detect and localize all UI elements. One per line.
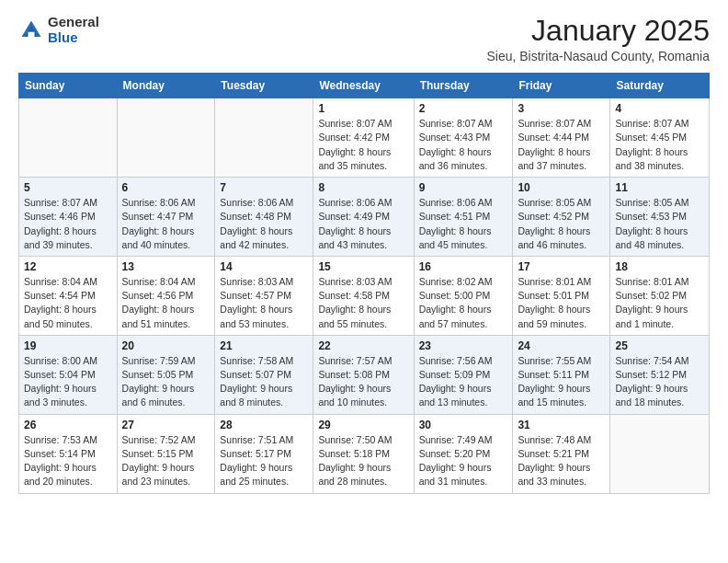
col-tuesday: Tuesday	[215, 74, 313, 98]
calendar: Sunday Monday Tuesday Wednesday Thursday…	[18, 73, 710, 493]
table-row: 13Sunrise: 8:04 AM Sunset: 4:56 PM Dayli…	[117, 256, 215, 335]
day-number: 15	[318, 260, 408, 273]
calendar-week-row: 19Sunrise: 8:00 AM Sunset: 5:04 PM Dayli…	[19, 335, 710, 414]
day-info: Sunrise: 8:01 AM Sunset: 5:01 PM Dayligh…	[518, 275, 605, 331]
location: Sieu, Bistrita-Nasaud County, Romania	[486, 49, 710, 63]
table-row: 29Sunrise: 7:50 AM Sunset: 5:18 PM Dayli…	[313, 414, 414, 493]
day-info: Sunrise: 8:00 AM Sunset: 5:04 PM Dayligh…	[24, 354, 112, 410]
table-row	[19, 98, 118, 178]
day-info: Sunrise: 8:03 AM Sunset: 4:57 PM Dayligh…	[220, 275, 308, 331]
table-row: 31Sunrise: 7:48 AM Sunset: 5:21 PM Dayli…	[513, 414, 610, 493]
day-number: 12	[24, 260, 112, 273]
day-number: 7	[220, 181, 308, 194]
table-row: 9Sunrise: 8:06 AM Sunset: 4:51 PM Daylig…	[414, 178, 513, 257]
day-info: Sunrise: 8:02 AM Sunset: 5:00 PM Dayligh…	[419, 275, 508, 331]
table-row: 7Sunrise: 8:06 AM Sunset: 4:48 PM Daylig…	[215, 178, 313, 257]
day-info: Sunrise: 7:58 AM Sunset: 5:07 PM Dayligh…	[220, 354, 308, 410]
day-info: Sunrise: 8:05 AM Sunset: 4:52 PM Dayligh…	[518, 196, 605, 252]
day-info: Sunrise: 7:52 AM Sunset: 5:15 PM Dayligh…	[122, 433, 210, 489]
logo-blue-text: Blue	[48, 30, 99, 46]
day-number: 11	[615, 181, 704, 194]
svg-rect-2	[28, 31, 35, 36]
day-info: Sunrise: 8:07 AM Sunset: 4:42 PM Dayligh…	[318, 117, 408, 173]
table-row: 22Sunrise: 7:57 AM Sunset: 5:08 PM Dayli…	[313, 335, 414, 414]
day-info: Sunrise: 7:55 AM Sunset: 5:11 PM Dayligh…	[518, 354, 605, 410]
day-number: 18	[615, 260, 704, 273]
col-friday: Friday	[513, 74, 610, 98]
day-number: 23	[419, 339, 508, 352]
title-block: January 2025 Sieu, Bistrita-Nasaud Count…	[486, 15, 710, 63]
day-info: Sunrise: 7:54 AM Sunset: 5:12 PM Dayligh…	[615, 354, 704, 410]
table-row: 10Sunrise: 8:05 AM Sunset: 4:52 PM Dayli…	[513, 178, 610, 257]
day-number: 20	[122, 339, 210, 352]
day-number: 27	[122, 419, 210, 431]
table-row: 18Sunrise: 8:01 AM Sunset: 5:02 PM Dayli…	[610, 256, 710, 335]
day-number: 21	[220, 339, 308, 352]
logo: General Blue	[18, 15, 99, 45]
col-thursday: Thursday	[414, 74, 513, 98]
day-number: 24	[518, 339, 605, 352]
day-info: Sunrise: 8:06 AM Sunset: 4:48 PM Dayligh…	[220, 196, 308, 252]
day-number: 26	[24, 419, 112, 431]
page: General Blue January 2025 Sieu, Bistrita…	[0, 0, 728, 563]
month-title: January 2025	[486, 15, 710, 47]
day-number: 5	[24, 181, 112, 194]
calendar-week-row: 1Sunrise: 8:07 AM Sunset: 4:42 PM Daylig…	[19, 98, 710, 178]
day-number: 16	[419, 260, 508, 273]
day-info: Sunrise: 7:53 AM Sunset: 5:14 PM Dayligh…	[24, 433, 112, 489]
calendar-week-row: 5Sunrise: 8:07 AM Sunset: 4:46 PM Daylig…	[19, 178, 710, 257]
logo-icon	[18, 17, 44, 43]
day-number: 25	[615, 339, 704, 352]
table-row: 25Sunrise: 7:54 AM Sunset: 5:12 PM Dayli…	[610, 335, 710, 414]
day-info: Sunrise: 7:56 AM Sunset: 5:09 PM Dayligh…	[419, 354, 508, 410]
day-info: Sunrise: 8:07 AM Sunset: 4:43 PM Dayligh…	[419, 117, 508, 173]
day-info: Sunrise: 8:03 AM Sunset: 4:58 PM Dayligh…	[318, 275, 408, 331]
table-row: 6Sunrise: 8:06 AM Sunset: 4:47 PM Daylig…	[117, 178, 215, 257]
calendar-week-row: 12Sunrise: 8:04 AM Sunset: 4:54 PM Dayli…	[19, 256, 710, 335]
table-row: 2Sunrise: 8:07 AM Sunset: 4:43 PM Daylig…	[414, 98, 513, 178]
table-row: 20Sunrise: 7:59 AM Sunset: 5:05 PM Dayli…	[117, 335, 215, 414]
col-sunday: Sunday	[19, 74, 118, 98]
day-number: 14	[220, 260, 308, 273]
day-number: 6	[122, 181, 210, 194]
day-info: Sunrise: 8:05 AM Sunset: 4:53 PM Dayligh…	[615, 196, 704, 252]
table-row: 27Sunrise: 7:52 AM Sunset: 5:15 PM Dayli…	[117, 414, 215, 493]
day-number: 29	[318, 419, 408, 431]
table-row: 21Sunrise: 7:58 AM Sunset: 5:07 PM Dayli…	[215, 335, 313, 414]
day-number: 19	[24, 339, 112, 352]
day-info: Sunrise: 8:06 AM Sunset: 4:51 PM Dayligh…	[419, 196, 508, 252]
table-row: 3Sunrise: 8:07 AM Sunset: 4:44 PM Daylig…	[513, 98, 610, 178]
day-number: 17	[518, 260, 605, 273]
table-row: 26Sunrise: 7:53 AM Sunset: 5:14 PM Dayli…	[19, 414, 118, 493]
day-number: 31	[518, 419, 605, 431]
table-row	[215, 98, 313, 178]
day-info: Sunrise: 7:51 AM Sunset: 5:17 PM Dayligh…	[220, 433, 308, 489]
day-number: 13	[122, 260, 210, 273]
table-row: 17Sunrise: 8:01 AM Sunset: 5:01 PM Dayli…	[513, 256, 610, 335]
day-number: 1	[318, 102, 408, 115]
day-number: 10	[518, 181, 605, 194]
table-row: 30Sunrise: 7:49 AM Sunset: 5:20 PM Dayli…	[414, 414, 513, 493]
table-row: 15Sunrise: 8:03 AM Sunset: 4:58 PM Dayli…	[313, 256, 414, 335]
calendar-header-row: Sunday Monday Tuesday Wednesday Thursday…	[19, 74, 710, 98]
logo-text: General Blue	[48, 15, 99, 45]
table-row: 24Sunrise: 7:55 AM Sunset: 5:11 PM Dayli…	[513, 335, 610, 414]
day-number: 30	[419, 419, 508, 431]
day-number: 9	[419, 181, 508, 194]
day-number: 22	[318, 339, 408, 352]
day-number: 28	[220, 419, 308, 431]
table-row: 5Sunrise: 8:07 AM Sunset: 4:46 PM Daylig…	[19, 178, 118, 257]
day-info: Sunrise: 8:07 AM Sunset: 4:45 PM Dayligh…	[615, 117, 704, 173]
col-saturday: Saturday	[610, 74, 710, 98]
day-info: Sunrise: 8:04 AM Sunset: 4:54 PM Dayligh…	[24, 275, 112, 331]
table-row: 4Sunrise: 8:07 AM Sunset: 4:45 PM Daylig…	[610, 98, 710, 178]
day-info: Sunrise: 7:50 AM Sunset: 5:18 PM Dayligh…	[318, 433, 408, 489]
table-row: 28Sunrise: 7:51 AM Sunset: 5:17 PM Dayli…	[215, 414, 313, 493]
table-row	[610, 414, 710, 493]
table-row: 23Sunrise: 7:56 AM Sunset: 5:09 PM Dayli…	[414, 335, 513, 414]
table-row: 14Sunrise: 8:03 AM Sunset: 4:57 PM Dayli…	[215, 256, 313, 335]
day-number: 2	[419, 102, 508, 115]
day-info: Sunrise: 7:59 AM Sunset: 5:05 PM Dayligh…	[122, 354, 210, 410]
day-info: Sunrise: 7:49 AM Sunset: 5:20 PM Dayligh…	[419, 433, 508, 489]
day-number: 8	[318, 181, 408, 194]
